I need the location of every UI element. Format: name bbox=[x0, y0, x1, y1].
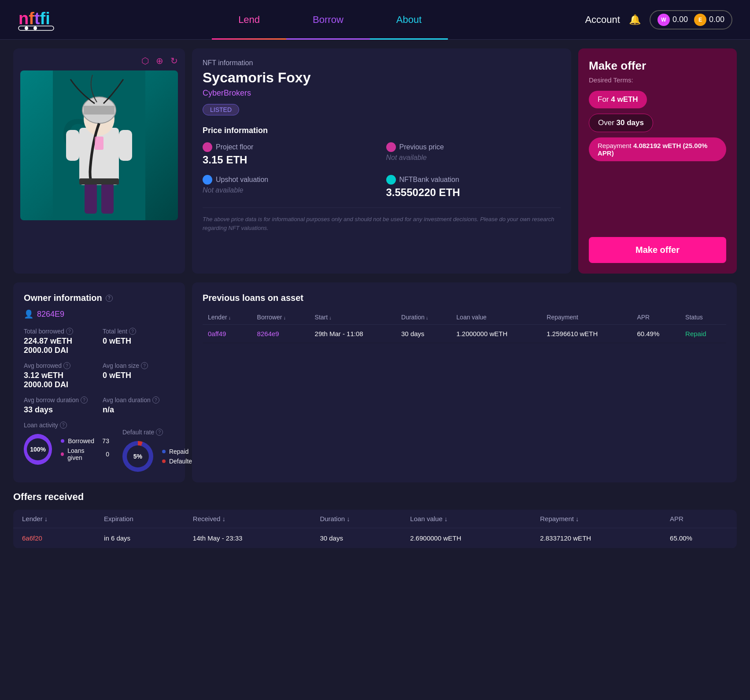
avg-borrowed-info-icon[interactable]: ? bbox=[63, 362, 70, 369]
nft-name: Sycamoris Foxy bbox=[203, 70, 561, 86]
previous-loans-title: Previous loans on asset bbox=[203, 293, 726, 303]
default-rate-donut: 5% bbox=[122, 441, 153, 472]
avg-loan-size-stat: Avg loan size ? 0 wETH bbox=[103, 362, 174, 389]
th-lender[interactable]: Lender bbox=[203, 310, 252, 325]
price-disclaimer: The above price data is for informationa… bbox=[203, 207, 561, 232]
offer-pill-1: For 4 wETH bbox=[589, 91, 726, 114]
offer-pill-3: Repayment 4.082192 wETH (25.00% APR) bbox=[589, 137, 726, 167]
nft-image-actions: ⬡ ⊕ ↻ bbox=[20, 56, 178, 66]
nav-link-borrow[interactable]: Borrow bbox=[286, 0, 370, 40]
make-offer-button[interactable]: Make offer bbox=[589, 237, 726, 263]
total-lent-info-icon[interactable]: ? bbox=[129, 328, 136, 335]
loan-activity-info-icon[interactable]: ? bbox=[60, 422, 67, 429]
account-link[interactable]: Account bbox=[585, 14, 620, 26]
nftbank-label: NFTBank valuation bbox=[399, 176, 459, 184]
owner-stats-grid: Total borrowed ? 224.87 wETH 2000.00 DAI… bbox=[24, 328, 174, 415]
total-lent-value: 0 wETH bbox=[103, 337, 174, 346]
nav-link-about[interactable]: About bbox=[370, 0, 448, 40]
default-rate-info-icon[interactable]: ? bbox=[156, 429, 163, 436]
avg-borrowed-value1: 3.12 wETH bbox=[24, 371, 96, 380]
svg-rect-10 bbox=[66, 130, 79, 161]
offer-th-received[interactable]: Received ↓ bbox=[184, 510, 311, 528]
project-floor-label: Project floor bbox=[216, 143, 253, 151]
previous-loans-panel: Previous loans on asset Lender Borrower … bbox=[192, 282, 737, 482]
notification-bell-icon[interactable]: 🔔 bbox=[629, 14, 641, 26]
project-floor: Project floor 3.15 ETH bbox=[203, 142, 377, 166]
loan-activity-pct: 100% bbox=[27, 438, 49, 460]
previous-price-label: Previous price bbox=[399, 143, 444, 151]
total-borrowed-stat: Total borrowed ? 224.87 wETH 2000.00 DAI bbox=[24, 328, 96, 355]
loan-repayment: 1.2596610 wETH bbox=[541, 325, 632, 343]
desired-terms-label: Desired Terms: bbox=[589, 76, 726, 84]
offers-received-title: Offers received bbox=[13, 491, 737, 503]
offers-body: 6a6f20 in 6 days 14th May - 23:33 30 day… bbox=[13, 528, 737, 548]
nav-link-lend[interactable]: Lend bbox=[212, 0, 286, 40]
offer-th-repayment[interactable]: Repayment ↓ bbox=[531, 510, 661, 528]
upshot-valuation: Upshot valuation Not available bbox=[203, 175, 377, 199]
nft-info-panel: NFT information Sycamoris Foxy CyberBrok… bbox=[192, 48, 571, 274]
avg-loan-duration-info-icon[interactable]: ? bbox=[152, 396, 159, 404]
previous-loans-body: 0aff49 8264e9 29th Mar - 11:08 30 days 1… bbox=[203, 325, 726, 343]
nav-links: Lend Borrow About bbox=[75, 0, 585, 40]
avg-loan-duration-value: n/a bbox=[103, 405, 174, 415]
svg-rect-11 bbox=[119, 130, 132, 161]
logo[interactable]: nftfi bbox=[18, 6, 57, 34]
offer-apr: 65.00% bbox=[661, 528, 737, 548]
loan-activity-donut: 100% bbox=[24, 434, 52, 465]
rotate-icon[interactable]: ↻ bbox=[170, 56, 178, 66]
avg-borrowed-value2: 2000.00 DAI bbox=[24, 380, 96, 389]
th-status: Status bbox=[680, 310, 726, 325]
offer-th-loan-value[interactable]: Loan value ↓ bbox=[401, 510, 531, 528]
avg-borrow-duration-info-icon[interactable]: ? bbox=[81, 396, 88, 404]
loan-lender[interactable]: 0aff49 bbox=[203, 325, 252, 343]
upshot-value: Not available bbox=[203, 186, 377, 194]
offer-loan-value: 2.6900000 wETH bbox=[401, 528, 531, 548]
make-offer-title: Make offer bbox=[589, 59, 726, 73]
bottom-content: Owner information ? 👤 8264E9 Total borro… bbox=[0, 282, 750, 491]
refresh-icon[interactable]: ⊕ bbox=[156, 56, 163, 66]
price-info-title: Price information bbox=[203, 126, 561, 135]
th-borrower[interactable]: Borrower bbox=[252, 310, 310, 325]
share-icon[interactable]: ⬡ bbox=[141, 56, 149, 66]
offer-pill-2: Over 30 days bbox=[589, 114, 726, 137]
loans-given-dot bbox=[61, 452, 64, 456]
total-borrowed-value2: 2000.00 DAI bbox=[24, 346, 96, 355]
weth-balance: 0.00 bbox=[672, 15, 688, 24]
wallet-badge[interactable]: W 0.00 E 0.00 bbox=[650, 10, 732, 30]
avg-borrowed-stat: Avg borrowed ? 3.12 wETH 2000.00 DAI bbox=[24, 362, 96, 389]
offers-received-section: Offers received Lender ↓ Expiration Rece… bbox=[0, 491, 750, 562]
wallet-weth: W 0.00 bbox=[658, 14, 688, 26]
loan-duration: 30 days bbox=[396, 325, 451, 343]
weth-coin-icon: W bbox=[658, 14, 670, 26]
project-floor-value: 3.15 ETH bbox=[203, 154, 377, 166]
avg-loan-size-info-icon[interactable]: ? bbox=[141, 362, 148, 369]
defaulted-dot bbox=[162, 459, 166, 463]
offer-repayment: 2.8337120 wETH bbox=[531, 528, 661, 548]
svg-point-2 bbox=[25, 26, 28, 30]
nft-collection[interactable]: CyberBrokers bbox=[203, 89, 561, 98]
previous-loans-header-row: Lender Borrower Start Duration Loan valu… bbox=[203, 310, 726, 325]
offer-th-apr: APR bbox=[661, 510, 737, 528]
total-borrowed-info-icon[interactable]: ? bbox=[66, 328, 73, 335]
th-loan-value: Loan value bbox=[451, 310, 541, 325]
loan-status: Repaid bbox=[680, 325, 726, 343]
svg-rect-6 bbox=[79, 128, 119, 185]
th-duration[interactable]: Duration bbox=[396, 310, 451, 325]
loan-borrower[interactable]: 8264e9 bbox=[252, 325, 310, 343]
owner-title: Owner information ? bbox=[24, 293, 174, 303]
default-rate-pct: 5% bbox=[127, 445, 149, 467]
offer-th-lender[interactable]: Lender ↓ bbox=[13, 510, 95, 528]
offer-th-duration[interactable]: Duration ↓ bbox=[311, 510, 401, 528]
th-start[interactable]: Start bbox=[310, 310, 396, 325]
offer-lender[interactable]: 6a6f20 bbox=[13, 528, 95, 548]
nft-image-panel: ⬡ ⊕ ↻ C bbox=[13, 48, 185, 274]
nft-info-label: NFT information bbox=[203, 59, 561, 67]
owner-info-icon[interactable]: ? bbox=[106, 295, 113, 302]
upshot-label: Upshot valuation bbox=[216, 176, 268, 184]
nftbank-value: 3.5550220 ETH bbox=[386, 186, 561, 199]
table-row: 0aff49 8264e9 29th Mar - 11:08 30 days 1… bbox=[203, 325, 726, 343]
previous-price-icon bbox=[386, 142, 396, 152]
nft-badge: LISTED bbox=[203, 104, 561, 126]
total-lent-stat: Total lent ? 0 wETH bbox=[103, 328, 174, 355]
navbar: nftfi Lend Borrow About Account 🔔 W 0.00… bbox=[0, 0, 750, 40]
